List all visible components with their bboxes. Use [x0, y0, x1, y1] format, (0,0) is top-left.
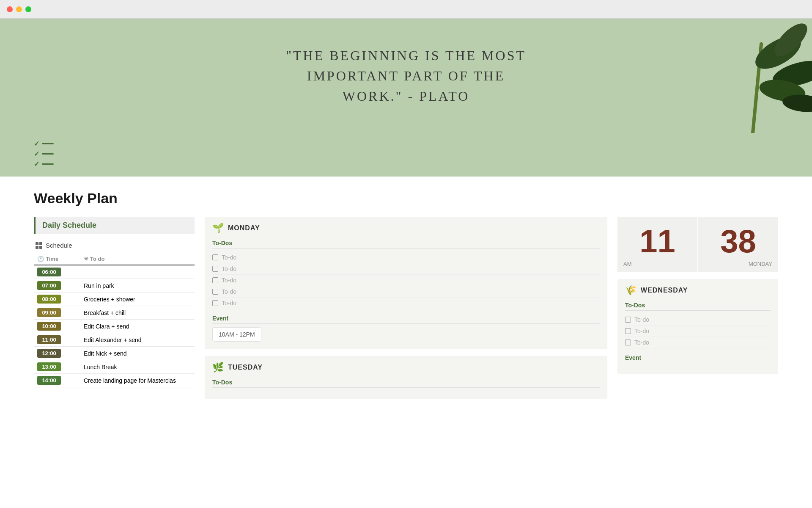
list-item[interactable]: To-do [625, 337, 771, 348]
page-header: ✓ ✓ ✓ [0, 133, 812, 177]
list-item[interactable]: To-do [212, 298, 600, 309]
monday-card: 🌱 MONDAY To-Dos To-doTo-doTo-doTo-doTo-d… [205, 217, 607, 349]
schedule-table: 🕐 Time ✳ To do 06: [34, 253, 195, 387]
left-column: Daily Schedule Schedule 🕐 Time [34, 217, 195, 406]
todo-text: To-do [222, 254, 236, 261]
middle-column: 🌱 MONDAY To-Dos To-doTo-doTo-doTo-doTo-d… [205, 217, 607, 406]
time-cell: 09:00 [34, 306, 80, 320]
list-item[interactable]: To-do [212, 263, 600, 275]
main-content: Weekly Plan Daily Schedule Schedule 🕐 [0, 177, 812, 419]
list-item[interactable]: To-do [212, 286, 600, 298]
table-row: 14:00 Create landing page for Masterclas [34, 374, 195, 387]
list-item[interactable]: To-do [625, 326, 771, 337]
clock-minute: 38 [720, 225, 756, 257]
tuesday-emoji: 🌿 [212, 362, 224, 373]
check-icon-1: ✓ [34, 140, 39, 148]
banner-quote: "The Beginning is the Most Important Par… [286, 45, 526, 106]
task-cell: Edit Clara + send [80, 320, 195, 333]
wednesday-todos-label: To-Dos [625, 302, 771, 311]
task-cell [80, 265, 195, 279]
todo-checkbox[interactable] [212, 254, 218, 260]
time-cell: 06:00 [34, 265, 80, 279]
clock-ampm: AM [622, 261, 632, 267]
clock-minute-box: 38 MONDAY [698, 217, 778, 272]
col-time-header: 🕐 Time [34, 253, 80, 265]
tuesday-todos-label: To-Dos [212, 379, 600, 388]
close-button[interactable] [7, 6, 13, 12]
check-icon-3: ✓ [34, 160, 39, 168]
monday-header: 🌱 MONDAY [212, 223, 600, 234]
clock-day: MONDAY [749, 261, 774, 267]
task-cell: Lunch Break [80, 360, 195, 374]
todo-text: To-do [634, 328, 649, 334]
task-cell: Groceries + shower [80, 293, 195, 306]
wednesday-name: WEDNESDAY [641, 287, 688, 294]
list-item[interactable]: To-do [212, 252, 600, 263]
schedule-section: Schedule [34, 239, 195, 251]
time-badge: 11:00 [37, 335, 61, 344]
task-cell: Create landing page for Masterclas [80, 374, 195, 387]
wednesday-event-label: Event [625, 354, 771, 363]
task-cell: Edit Alexander + send [80, 333, 195, 347]
monday-todo-list: To-doTo-doTo-doTo-doTo-do [212, 252, 600, 309]
minimize-button[interactable] [16, 6, 22, 12]
time-badge: 13:00 [37, 362, 61, 371]
todo-checkbox[interactable] [212, 277, 218, 283]
clock-display: 11 AM 38 MONDAY [617, 217, 778, 272]
col-todo-header: ✳ To do [80, 253, 195, 265]
todo-checkbox[interactable] [625, 328, 631, 334]
browser-chrome [0, 0, 812, 19]
time-badge: 10:00 [37, 322, 61, 331]
monday-name: MONDAY [228, 224, 260, 232]
table-row: 08:00 Groceries + shower [34, 293, 195, 306]
time-cell: 11:00 [34, 333, 80, 347]
time-cell: 07:00 [34, 279, 80, 293]
todo-text: To-do [634, 339, 649, 346]
check-line-3 [42, 163, 54, 165]
schedule-section-label: Schedule [46, 242, 72, 249]
clock-hour: 11 [639, 225, 675, 257]
wednesday-emoji: 🌾 [625, 285, 636, 296]
daily-schedule-header: Daily Schedule [34, 217, 195, 234]
clock-icon: 🕐 [37, 256, 44, 262]
table-row: 07:00 Run in park [34, 279, 195, 293]
time-cell: 08:00 [34, 293, 80, 306]
check-line-2 [42, 153, 54, 155]
monday-event-label: Event [212, 315, 600, 324]
three-col-layout: Daily Schedule Schedule 🕐 Time [34, 217, 778, 406]
monday-emoji: 🌱 [212, 223, 224, 234]
time-badge: 08:00 [37, 295, 61, 304]
table-row: 09:00 Breakfast + chill [34, 306, 195, 320]
list-item[interactable]: To-do [212, 275, 600, 286]
task-cell: Breakfast + chill [80, 306, 195, 320]
table-row: 13:00 Lunch Break [34, 360, 195, 374]
todo-checkbox[interactable] [212, 300, 218, 306]
time-badge: 12:00 [37, 349, 61, 358]
list-item[interactable]: To-do [625, 314, 771, 326]
time-badge: 09:00 [37, 308, 61, 317]
monday-event-time[interactable]: 10AM - 12PM [212, 327, 261, 342]
todo-checkbox[interactable] [212, 289, 218, 295]
wednesday-header: 🌾 WEDNESDAY [625, 285, 771, 296]
task-cell: Run in park [80, 279, 195, 293]
clock-hour-box: 11 AM [617, 217, 697, 272]
table-row: 11:00 Edit Alexander + send [34, 333, 195, 347]
todo-checkbox[interactable] [212, 266, 218, 272]
right-column: 11 AM 38 MONDAY 🌾 WEDNESDAY To-Dos To-do… [617, 217, 778, 406]
time-badge: 14:00 [37, 376, 61, 385]
checklist-icon: ✓ ✓ ✓ [34, 140, 778, 168]
time-cell: 10:00 [34, 320, 80, 333]
wednesday-card: 🌾 WEDNESDAY To-Dos To-doTo-doTo-do Event [617, 279, 778, 374]
todo-checkbox[interactable] [625, 340, 631, 345]
tuesday-header: 🌿 TUESDAY [212, 362, 600, 373]
tuesday-name: TUESDAY [228, 364, 263, 371]
todo-text: To-do [222, 288, 236, 295]
fullscreen-button[interactable] [25, 6, 31, 12]
plant-decoration [668, 19, 812, 133]
page-title: Weekly Plan [34, 190, 778, 207]
task-cell: Edit Nick + send [80, 347, 195, 360]
table-row: 10:00 Edit Clara + send [34, 320, 195, 333]
tuesday-card: 🌿 TUESDAY To-Dos [205, 356, 607, 399]
banner: "The Beginning is the Most Important Par… [0, 19, 812, 133]
todo-checkbox[interactable] [625, 317, 631, 323]
